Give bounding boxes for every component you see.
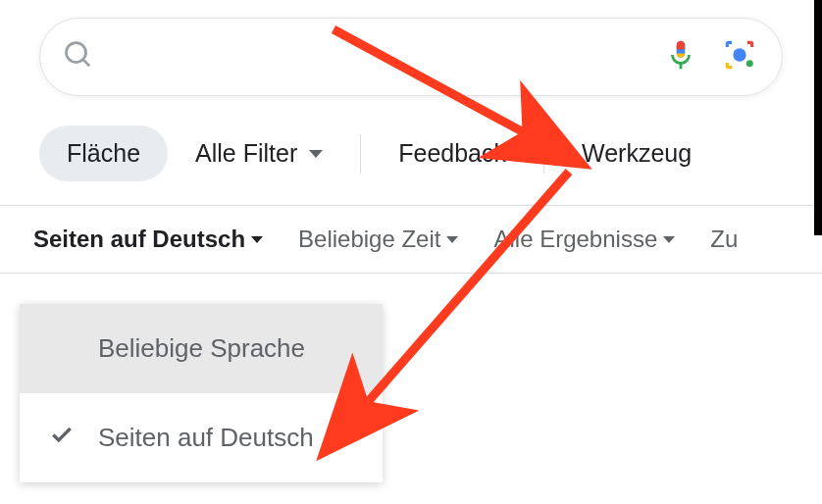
tool-language-label: Seiten auf Deutsch: [33, 226, 245, 253]
chevron-down-icon: [663, 236, 675, 243]
lens-icon[interactable]: [721, 36, 758, 77]
dropdown-item-german-pages[interactable]: Seiten auf Deutsch: [20, 393, 383, 482]
chip-tools[interactable]: Werkzeug: [554, 126, 719, 181]
tool-reset-label: Zu: [710, 226, 738, 253]
chip-all-filters-label: Alle Filter: [195, 139, 297, 168]
chevron-down-icon: [446, 236, 458, 243]
tool-time-label: Beliebige Zeit: [298, 226, 440, 253]
dropdown-item-any-language[interactable]: Beliebige Sprache: [20, 304, 383, 393]
chevron-down-icon: [251, 236, 263, 243]
chip-feedback[interactable]: Feedback: [371, 126, 534, 181]
window-edge: [814, 0, 822, 235]
dropdown-item-label: Beliebige Sprache: [98, 333, 305, 363]
chip-all-filters[interactable]: Alle Filter: [168, 126, 350, 181]
search-bar[interactable]: [39, 18, 783, 96]
chip-area[interactable]: Fläche: [39, 126, 168, 181]
divider: [360, 134, 361, 174]
svg-point-1: [746, 60, 753, 67]
mic-icon[interactable]: [664, 38, 697, 76]
language-dropdown: Beliebige Sprache Seiten auf Deutsch: [20, 304, 383, 482]
dropdown-item-label: Seiten auf Deutsch: [98, 423, 314, 452]
svg-point-0: [733, 48, 745, 61]
tool-results[interactable]: Alle Ergebnisse: [493, 226, 675, 253]
chip-feedback-label: Feedback: [398, 139, 506, 168]
tool-reset[interactable]: Zu: [710, 226, 738, 253]
divider: [543, 134, 544, 174]
tool-results-label: Alle Ergebnisse: [493, 226, 657, 253]
tool-language[interactable]: Seiten auf Deutsch: [33, 226, 263, 253]
divider-h: [0, 273, 822, 274]
chip-area-label: Fläche: [67, 139, 140, 168]
chips-row: Fläche Alle Filter Feedback Werkzeug: [0, 96, 822, 205]
chip-tools-label: Werkzeug: [582, 139, 692, 168]
tools-row: Seiten auf Deutsch Beliebige Zeit Alle E…: [0, 206, 822, 273]
search-input[interactable]: [113, 44, 664, 70]
check-icon: [49, 422, 75, 454]
chevron-down-icon: [309, 150, 323, 158]
tool-time[interactable]: Beliebige Zeit: [298, 226, 458, 253]
search-icon: [64, 40, 93, 74]
